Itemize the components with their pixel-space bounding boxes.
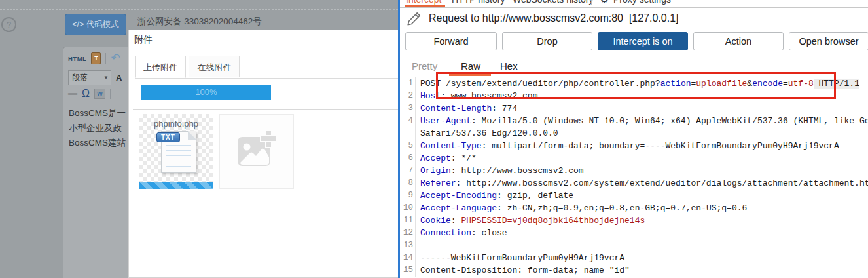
burp-intercept-panel: Intercept HTTP history WebSockets histor…: [398, 0, 868, 278]
http-line: 11Cookie: PHPSESSID=vj0dq8ojbk164thbojde…: [400, 214, 868, 227]
tab-pretty[interactable]: Pretty: [412, 60, 437, 71]
line-number: 1: [400, 77, 415, 90]
tab-http-history[interactable]: HTTP history: [452, 0, 505, 5]
line-number: 7: [400, 165, 415, 177]
proxy-tab-bar: Intercept HTTP history WebSockets histor…: [400, 0, 868, 8]
line-text: Accept-Encoding: gzip, deflate: [415, 189, 573, 202]
http-line: 5Content-Type: multipart/form-data; boun…: [400, 140, 868, 152]
paragraph-dropdown[interactable]: 段落 ▼: [68, 70, 111, 85]
horizontal-rule-button[interactable]: —: [68, 89, 77, 99]
tab-hex[interactable]: Hex: [500, 60, 518, 71]
forward-button[interactable]: Forward: [405, 32, 497, 50]
undo-icon[interactable]: ↶: [111, 53, 120, 64]
image-plus-icon: [237, 130, 278, 170]
line-text: ------WebKitFormBoundaryPum0yH9Arj19vcrA: [415, 252, 624, 264]
line-text: Content-Length: 774: [415, 102, 517, 115]
divider: [129, 49, 398, 49]
http-line: 8Referer: http://www.bosscmsv2.com/syste…: [400, 177, 868, 189]
http-line: 15Content-Disposition: form-data; name="…: [400, 264, 868, 277]
line-text: User-Agent: Mozilla/5.0 (Windows NT 10.0…: [415, 115, 868, 127]
http-line: Safari/537.36 Edg/120.0.0.0: [400, 127, 868, 140]
toolbar-separator: [110, 89, 111, 99]
request-editor-lines[interactable]: 1POST /system/extend/ueditor/php/control…: [400, 77, 868, 278]
active-view-tab-underline: [449, 74, 491, 76]
editor-text-line: 小型企业及政: [69, 123, 122, 134]
editor-text-line: BossCMS是一: [69, 108, 126, 119]
attachment-dialog: 附件 上传附件 在线附件 100% phpinfo.php TXT: [128, 30, 398, 278]
request-target-heading: Request to http://www.bosscmsv2.com:80 […: [429, 12, 679, 24]
line-number: [400, 127, 415, 140]
http-line: 13: [400, 239, 868, 252]
line-text: Host: www.bosscmsv2.com: [415, 90, 537, 102]
line-number: 11: [400, 214, 415, 227]
line-number: 2: [400, 90, 415, 102]
gear-icon: ⚙: [600, 0, 609, 5]
code-mode-button[interactable]: </> 代码模式: [65, 14, 126, 35]
html-source-button[interactable]: HTML: [68, 55, 86, 62]
line-number: 6: [400, 152, 415, 165]
tab-online-attachment[interactable]: 在线附件: [189, 56, 240, 77]
attachment-list: phpinfo.php TXT: [139, 114, 294, 189]
line-number: 4: [400, 115, 415, 127]
divider: [0, 41, 63, 41]
file-icon-lines: [166, 140, 191, 167]
dialog-tab-bar: 上传附件 在线附件: [135, 56, 398, 79]
line-text: Connection: close: [415, 227, 507, 239]
divider: [0, 9, 398, 10]
active-tab-underline: [405, 5, 445, 7]
tab-raw[interactable]: Raw: [461, 60, 480, 71]
dialog-title: 附件: [134, 34, 153, 46]
editor-text-line: BossCMS建站: [69, 137, 126, 149]
line-text: Safari/537.36 Edg/120.0.0.0: [415, 127, 558, 140]
line-number: 5: [400, 140, 415, 152]
line-number: 15: [400, 264, 415, 277]
open-browser-button[interactable]: Open browser: [789, 32, 868, 50]
line-text: POST /system/extend/ueditor/php/controll…: [415, 77, 859, 90]
toolbar-separator: [105, 53, 106, 64]
tab-websockets-history[interactable]: WebSockets history: [513, 0, 593, 5]
line-number: 12: [400, 227, 415, 239]
line-text: Cookie: PHPSESSID=vj0dq8ojbk164thbojdejn…: [415, 214, 645, 227]
http-line: 3Content-Length: 774: [400, 102, 868, 115]
line-number: 9: [400, 189, 415, 202]
add-file-placeholder-card[interactable]: [219, 114, 294, 189]
icp-beian-text: 浙公网安备 33038202004462号: [137, 16, 262, 28]
tab-upload-attachment[interactable]: 上传附件: [135, 56, 186, 78]
uploaded-file-card[interactable]: phpinfo.php TXT: [139, 114, 213, 189]
help-icon[interactable]: ?: [1, 17, 16, 32]
special-char-button[interactable]: Ω: [82, 88, 90, 100]
file-name: phpinfo.php: [139, 119, 213, 129]
line-text: Accept: */*: [415, 152, 477, 165]
action-button[interactable]: Action: [693, 32, 784, 50]
tab-proxy-settings[interactable]: Proxy settings: [613, 0, 671, 5]
line-number: 10: [400, 202, 415, 214]
line-text: [415, 239, 420, 252]
line-number: 14: [400, 252, 415, 264]
tab-intercept[interactable]: Intercept: [406, 0, 441, 5]
http-line: 10Accept-Language: zh-CN,zh;q=0.9,en;q=0…: [400, 202, 868, 214]
line-number: 8: [400, 177, 415, 189]
line-text: Referer: http://www.bosscmsv2.com/system…: [415, 177, 868, 189]
http-line: 14------WebKitFormBoundaryPum0yH9Arj19vc…: [400, 252, 868, 264]
pencil-icon: [407, 10, 422, 26]
drop-button[interactable]: Drop: [502, 32, 592, 50]
font-style-button[interactable]: A: [116, 73, 122, 83]
line-number: 3: [400, 102, 415, 115]
code-icon: </>: [72, 20, 84, 29]
word-paste-icon[interactable]: W: [94, 89, 105, 99]
upload-progress-bar: 100%: [141, 85, 271, 100]
http-line: 4User-Agent: Mozilla/5.0 (Windows NT 10.…: [400, 115, 868, 127]
code-mode-label: 代码模式: [86, 20, 119, 29]
upload-complete-stripe: [139, 182, 213, 189]
line-text: Content-Type: multipart/form-data; bound…: [415, 140, 839, 152]
http-line: 12Connection: close: [400, 227, 868, 239]
divider: [591, 0, 592, 5]
http-line: 1POST /system/extend/ueditor/php/control…: [400, 77, 868, 90]
line-text: Content-Disposition: form-data; name="id…: [415, 264, 630, 277]
http-line: 2Host: www.bosscmsv2.com: [400, 90, 868, 102]
paste-icon[interactable]: T: [91, 52, 101, 64]
file-icon-fold: [188, 131, 196, 140]
paragraph-dropdown-value: 段落: [69, 72, 101, 83]
line-text: Origin: http://www.bosscmsv2.com: [415, 165, 584, 177]
intercept-toggle-button[interactable]: Intercept is on: [598, 32, 688, 50]
